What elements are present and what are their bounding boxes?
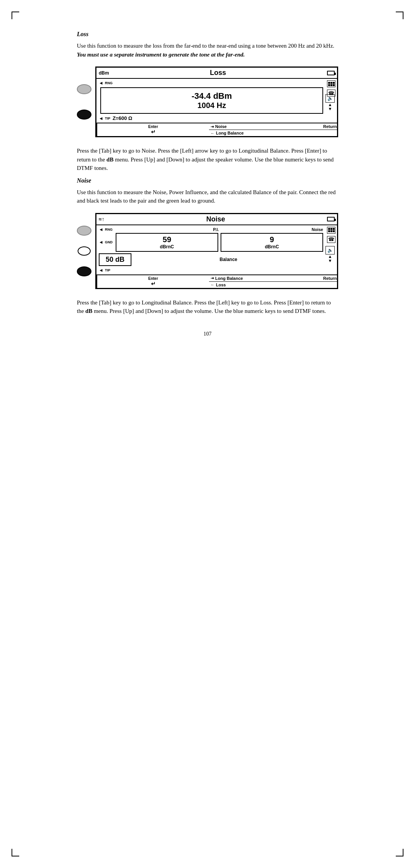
noise-grid-icon: [327, 227, 335, 234]
loss-tip-row: ◄ TIP Z=600 Ω: [99, 115, 335, 121]
noise-footer-tab-label: Long Balance: [215, 276, 243, 281]
noise-btn-gray: [77, 226, 91, 236]
loss-footer-return: Return: [322, 123, 337, 130]
noise-balance-label: Balance: [134, 257, 323, 262]
loss-para2-part3: menu. Press [Up] and [Down] to adjust th…: [77, 156, 334, 171]
noise-footer-left: ← Loss: [209, 282, 322, 288]
noise-btn-white: [78, 246, 91, 256]
corner-tl: [12, 12, 19, 19]
noise-arrow-ud: ▲ ▼: [328, 254, 332, 263]
noise-gnd-label: GND: [105, 240, 113, 244]
loss-paragraph2: Press the [Tab] key to go to Noise. Pres…: [77, 146, 338, 173]
noise-paragraph2: Press the [Tab] key to go to Longitudina…: [77, 298, 338, 316]
noise-tip-arrow: ◄: [99, 268, 103, 273]
noise-enter-label: Enter: [148, 276, 158, 281]
loss-footer-return-label: Return: [323, 124, 337, 129]
loss-z-value: Z=600 Ω: [113, 115, 132, 121]
noise-paragraph1: Use this function to measure the Noise, …: [77, 188, 338, 205]
noise-footer-return: Return: [322, 275, 337, 282]
loss-footer-blank: [322, 130, 337, 136]
loss-device-diagram: dBm Loss ◄ RNG: [77, 67, 338, 137]
noise-phone-icon: ☎: [327, 236, 335, 243]
noise-noise-box: 9 dBrnC: [221, 233, 323, 252]
noise-enter-arrow-icon: ↵: [151, 281, 156, 287]
noise-battery-icon: [327, 217, 335, 221]
noise-side-icons: ☎: [327, 227, 335, 243]
noise-footer-return-label: Return: [323, 276, 337, 281]
loss-tip-label: TIP: [105, 116, 110, 120]
noise-wave-icon: ≈↑: [99, 216, 105, 222]
noise-pi-box: 59 dBrnC: [116, 233, 218, 252]
loss-rng-label: RNG: [105, 81, 113, 85]
noise-device-diagram: ≈↑ Noise ◄ RNG P.I. Noise: [77, 213, 338, 289]
noise-left-buttons: [77, 226, 91, 276]
loss-screen-footer: ⇥ Noise Return Enter ↵ ← Long Balance: [96, 123, 337, 136]
noise-balance-value: 50 dB: [106, 256, 124, 263]
loss-dbm-label: dBm: [99, 70, 109, 76]
loss-tab-icon: ⇥: [211, 125, 214, 129]
noise-screen: ≈↑ Noise ◄ RNG P.I. Noise: [95, 213, 338, 289]
noise-tab-icon: ⇥: [211, 276, 214, 280]
loss-speaker-icon: 🔈: [325, 94, 335, 103]
noise-pi-header: P.I.: [113, 227, 312, 232]
noise-screen-body: ◄ RNG P.I. Noise ☎: [96, 225, 337, 274]
noise-heading: Noise: [77, 177, 338, 184]
noise-footer-loss-label: Loss: [216, 283, 226, 287]
noise-title: Noise: [105, 215, 327, 223]
loss-frequency: 1004 Hz: [106, 101, 318, 110]
noise-rng-row: ◄ RNG P.I. Noise: [99, 227, 335, 232]
noise-pi-value: 59: [120, 235, 214, 244]
loss-footer-left: ← Long Balance: [209, 130, 322, 136]
loss-paragraph1: Use this function to measure the loss fr…: [77, 42, 338, 59]
noise-gnd-arrow: ◄: [99, 239, 103, 245]
loss-rng-row: ◄ RNG: [99, 80, 335, 86]
loss-footer-enter: Enter ↵: [96, 123, 209, 136]
loss-paragraph1-bold: You must use a separate instrument to ge…: [77, 52, 245, 58]
loss-enter-arrow-icon: ↵: [151, 129, 156, 135]
loss-footer-noise-label: Noise: [215, 124, 227, 129]
loss-btn-black: [77, 110, 91, 120]
loss-btn-gray: [77, 84, 91, 94]
noise-balance-section: 50 dB Balance: [99, 253, 335, 266]
noise-btn-black: [77, 266, 91, 276]
loss-measurement-value: -34.4 dBm: [106, 91, 318, 101]
noise-speaker-box: 🔈 ▲ ▼: [325, 246, 335, 263]
noise-noise-header: Noise: [312, 227, 323, 232]
corner-tr: [396, 12, 403, 19]
corner-br: [396, 849, 403, 856]
noise-speaker-icon: 🔈: [325, 246, 335, 254]
noise-footer-tab: ⇥ Long Balance: [209, 275, 322, 282]
loss-tip-arrow: ◄: [99, 116, 103, 121]
noise-titlebar: ≈↑ Noise: [96, 214, 337, 225]
loss-left-buttons: [77, 84, 91, 120]
noise-noise-value: 9: [224, 235, 319, 244]
noise-para2-db: dB: [85, 308, 92, 314]
loss-screen-body: ◄ RNG ☎ -34.4 dBm 1004 Hz: [96, 79, 337, 123]
noise-screen-footer: ⇥ Long Balance Return Enter ↵ ← Loss: [96, 274, 337, 288]
noise-footer-enter: Enter ↵: [96, 275, 209, 288]
loss-footer-balance-label: Long Balance: [216, 131, 244, 135]
loss-speaker-box: 🔈 ▲ ▼: [325, 94, 335, 111]
loss-enter-label: Enter: [148, 125, 158, 129]
noise-noise-unit: dBrnC: [224, 244, 319, 249]
noise-rng-arrow: ◄: [99, 227, 103, 232]
loss-title: Loss: [109, 69, 327, 77]
noise-gnd-indicator: ◄ GND: [99, 239, 114, 245]
loss-screen: dBm Loss ◄ RNG: [95, 67, 338, 137]
noise-tip-label: TIP: [105, 268, 110, 272]
loss-titlebar: dBm Loss: [96, 68, 337, 79]
noise-gnd-row: ◄ GND 59 dBrnC 9 dBrnC: [99, 233, 335, 252]
noise-footer-blank: [322, 282, 337, 288]
noise-left-arrow-icon: ←: [211, 283, 214, 287]
loss-para2-db: dB: [106, 156, 113, 163]
noise-rng-label: RNG: [105, 228, 113, 231]
noise-tip-row: ◄ TIP: [99, 268, 335, 273]
loss-heading: Loss: [77, 31, 338, 38]
loss-footer-tab: ⇥ Noise: [209, 123, 322, 130]
loss-rng-arrow: ◄: [99, 80, 103, 86]
loss-arrow-ud: ▲ ▼: [328, 103, 332, 111]
noise-pi-unit: dBrnC: [120, 244, 214, 249]
loss-left-arrow-icon: ←: [211, 131, 214, 135]
loss-battery-icon: [327, 71, 335, 75]
corner-bl: [12, 849, 19, 856]
